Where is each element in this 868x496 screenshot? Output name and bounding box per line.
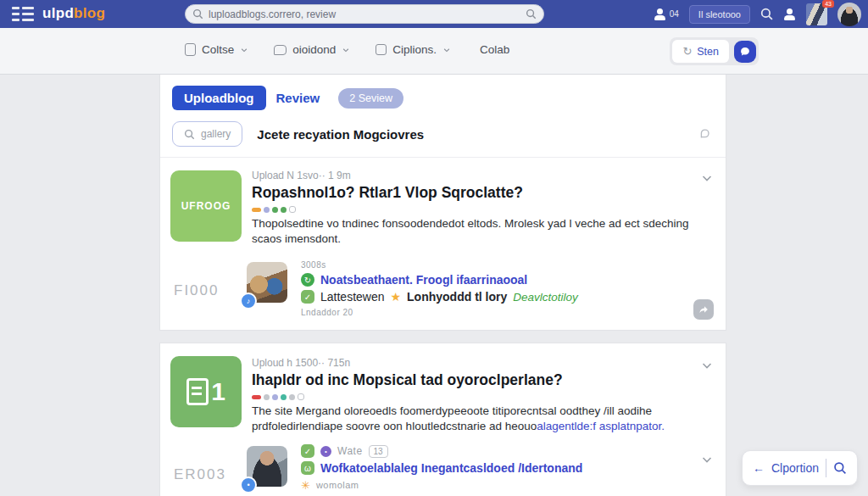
seview-count-badge[interactable]: 2 Seview [338,88,403,109]
chevron-down-icon [342,46,350,54]
account-icon[interactable] [783,8,796,20]
divider [826,459,826,477]
sten-button[interactable]: ↻ Sten [672,40,729,63]
user-stat-count: 04 [670,9,679,19]
author-footer: womolam [316,480,359,490]
feed-panel-bottom: 1 Uploud h 1500·· 715n Ihapldr od inc Mo… [159,343,726,496]
post-author-block: ER003 • ✓ • Wate 13 ω Wofkatoelablaleg I… [252,444,714,496]
gallery-button-label: gallery [201,128,231,140]
repost-icon: ↻ [301,273,314,287]
tab-review[interactable]: Review [276,91,320,105]
author-link[interactable]: Noatsbeathaent. Froogl ifaarrinaooal [320,273,527,287]
app-logo[interactable]: ulpdblog [42,5,105,22]
thumbnail-label: UFROOG [181,200,231,212]
menu-icon[interactable] [12,7,36,21]
filter-label: oioidond [292,43,336,56]
person-icon [654,8,666,20]
colab-link[interactable]: Colab [480,43,509,56]
search-submit-icon[interactable] [526,8,537,20]
author-small-label: 3008s [301,260,714,270]
avatar-badge-icon: ♪ [240,293,257,309]
search-input[interactable] [209,8,526,20]
notebook-button-label: Il sleotooo [698,9,741,20]
search-icon [184,129,195,140]
post-thumbnail[interactable]: 1 [170,356,242,427]
sten-button-label: Sten [697,46,719,58]
chevron-down-icon [442,46,451,54]
page-icon [185,43,196,56]
gallery-button[interactable]: gallery [172,121,242,147]
post-author-block: FI000 ♪ 3008s ↻ Noatsbeathaent. Froogl i… [252,260,714,321]
filter-toolbar: Coltse oioidond Ciplions. Colab ↻ Sten [0,28,868,75]
filter-ciplions[interactable]: Ciplions. [376,43,451,56]
share-button[interactable] [693,299,714,320]
comment-icon [274,45,287,55]
navbar-actions: 04 Il sleotooo 43 [654,0,861,28]
user-stat[interactable]: 04 [654,8,679,20]
post-title[interactable]: Ihapldr od inc Mopsical tad oyoroclperla… [252,371,714,389]
post-meta: Uploud h 1500·· 715n [252,357,714,369]
logo-text-primary: ulpd [42,5,74,21]
post-thumbnail[interactable]: UFROOG [170,170,242,242]
chevron-down-icon[interactable] [700,453,714,466]
feed-heading: Jcete recyation Mogciovres [257,127,424,142]
notification-thumbnail[interactable]: 43 [806,3,827,25]
chevron-down-icon [240,46,248,54]
filter-oioidond[interactable]: oioidond [274,43,350,56]
search-icon [192,8,203,20]
burst-icon: ✳ [301,478,310,492]
profile-avatar[interactable] [837,3,861,26]
post-title[interactable]: Ropashnol1o? Rtlar1 Vlop Sqroclatte? [252,184,714,202]
document-icon [186,378,209,405]
post-ref-code: FI000 [174,282,219,299]
feed-panel-top: Uploadblog Review 2 Seview gallery Jcete… [159,75,726,331]
author-count-badge: 13 [369,445,388,458]
filter-label: Ciplions. [392,43,437,56]
verified-icon: ✓ [301,444,314,458]
author-footer: Lndaddor 20 [301,308,714,317]
chevron-down-icon[interactable] [700,171,714,185]
filter-coltse[interactable]: Coltse [185,43,248,56]
post-card-2: 1 Uploud h 1500·· 715n Ihapldr od inc Mo… [160,343,726,496]
post-meta: Upload N 1svo·· 1 9m [252,170,714,181]
chat-icon[interactable] [734,41,756,63]
avatar-badge-icon: • [240,476,257,493]
top-navbar: ulpdblog 04 Il sleotooo 43 [0,0,868,28]
toolbar-actions: ↻ Sten [670,37,759,65]
author-tag: Deavlctotiloy [513,291,578,304]
search-icon-nav[interactable] [760,8,773,20]
author-avatar[interactable]: • [247,446,287,487]
left-arrow-icon: ← [753,461,765,475]
search-icon[interactable] [833,461,847,475]
author-title: Lonhyoddd tl lory [407,290,507,304]
feed-tabs: Uploadblog Review 2 Seview [160,75,726,117]
navbar-search[interactable] [185,4,544,24]
post-ref-code: ER003 [174,466,226,483]
cportion-floating-button[interactable]: ← Clportion [742,450,858,486]
reaction-dots [252,393,714,400]
refresh-icon: ↻ [682,45,692,58]
bubble-outline-icon[interactable] [697,126,712,142]
author-name[interactable]: Lattestewen [320,290,385,304]
post-description-link[interactable]: alagentlde:f asplatnpator. [537,420,665,432]
square-icon [376,44,387,55]
author-small-label: Wate [337,445,363,457]
filter-label: Coltse [202,43,234,56]
feed-subheader: gallery Jcete recyation Mogciovres [160,117,726,158]
cportion-label: Clportion [771,461,819,475]
purple-dot-icon: • [320,446,331,457]
post-description: Thopolsedtine vo tndinec fonsoodendedot … [252,216,693,247]
star-icon: ★ [391,290,402,304]
notification-badge: 43 [822,0,834,8]
notebook-button[interactable]: Il sleotooo [689,5,750,24]
tab-uploadblog[interactable]: Uploadblog [172,86,266,110]
post-description: The site Mergand oloreoedls foomerdypeeo… [252,404,693,434]
author-avatar[interactable]: ♪ [247,262,287,303]
author-link[interactable]: Wofkatoelablaleg Inegantcasldoed /Iderto… [320,461,582,475]
chevron-down-icon[interactable] [700,359,714,372]
post-card-1: UFROOG Upload N 1svo·· 1 9m Ropashnol1o?… [160,158,726,330]
channel-icon: ω [301,461,314,475]
reaction-dots [252,206,714,213]
verified-icon: ✓ [301,290,314,304]
thumbnail-number: 1 [211,377,225,406]
